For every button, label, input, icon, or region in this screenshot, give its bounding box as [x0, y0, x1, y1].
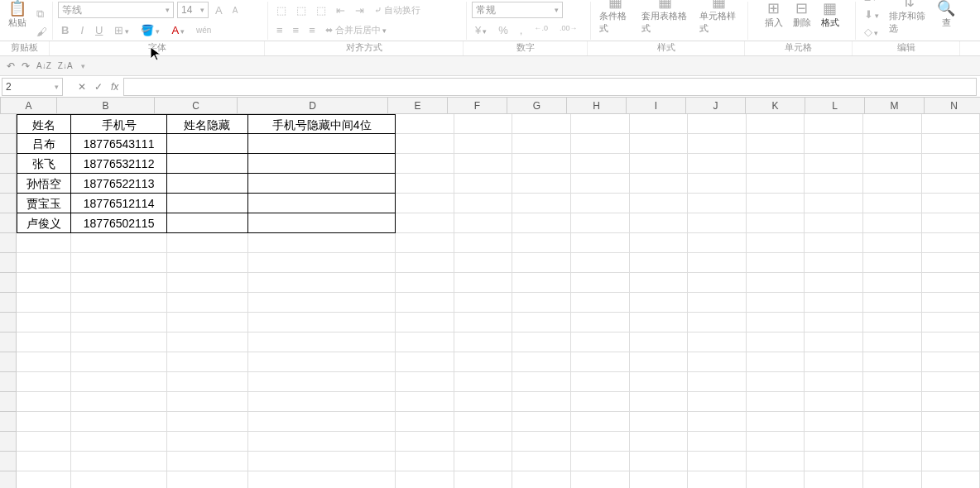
- clear-icon[interactable]: ◇▾: [861, 24, 882, 40]
- cell[interactable]: [630, 293, 689, 313]
- cell[interactable]: [805, 194, 863, 213]
- row-header[interactable]: [0, 154, 17, 174]
- cell[interactable]: [630, 233, 689, 253]
- cell[interactable]: [747, 213, 805, 233]
- merge-center-button[interactable]: ⬌ 合并后居中▾: [322, 22, 390, 38]
- row-header[interactable]: [0, 392, 17, 412]
- cell[interactable]: [571, 154, 630, 174]
- find-button[interactable]: 🔍查: [934, 0, 958, 29]
- cell[interactable]: [863, 134, 922, 154]
- cell[interactable]: [863, 273, 922, 293]
- cell[interactable]: [630, 194, 689, 213]
- cell[interactable]: [863, 471, 922, 488]
- row-header[interactable]: [0, 233, 17, 253]
- cell[interactable]: [71, 412, 167, 432]
- cell[interactable]: [571, 392, 630, 412]
- cell[interactable]: [747, 134, 805, 154]
- cell[interactable]: [630, 313, 689, 333]
- row-header[interactable]: [0, 273, 17, 293]
- cell[interactable]: [167, 154, 248, 174]
- cell[interactable]: [248, 273, 396, 293]
- cell[interactable]: [863, 293, 922, 313]
- cell[interactable]: 张飞: [17, 154, 72, 174]
- cell[interactable]: [805, 293, 863, 313]
- cell[interactable]: [17, 253, 72, 273]
- indent-inc-icon[interactable]: ⇥: [352, 2, 368, 18]
- cell[interactable]: [454, 372, 513, 392]
- row-header[interactable]: [0, 432, 17, 452]
- cell[interactable]: [805, 412, 863, 432]
- border-button[interactable]: ⊞▾: [111, 22, 132, 38]
- cell[interactable]: [747, 432, 805, 452]
- cell[interactable]: [688, 174, 747, 194]
- cell[interactable]: [922, 313, 981, 333]
- cell[interactable]: [630, 333, 689, 352]
- cell[interactable]: [747, 352, 805, 372]
- cell[interactable]: [688, 471, 747, 488]
- cell[interactable]: [630, 213, 689, 233]
- cell[interactable]: [863, 233, 922, 253]
- decrease-font-icon[interactable]: A: [229, 4, 242, 17]
- cell[interactable]: [688, 194, 747, 213]
- cell[interactable]: [512, 134, 571, 154]
- cell[interactable]: [863, 253, 922, 273]
- wrap-text-button[interactable]: ⤶ 自动换行: [371, 2, 424, 18]
- formula-input[interactable]: [123, 78, 977, 96]
- fill-color-button[interactable]: 🪣▾: [137, 22, 163, 38]
- insert-button[interactable]: ⊞插入: [761, 0, 786, 29]
- cancel-formula-icon[interactable]: ✕: [78, 81, 86, 93]
- cell[interactable]: [512, 174, 571, 194]
- cell[interactable]: [688, 273, 747, 293]
- cell[interactable]: [454, 233, 513, 253]
- confirm-formula-icon[interactable]: ✓: [94, 81, 103, 93]
- cell[interactable]: [17, 233, 72, 253]
- cell[interactable]: [396, 194, 454, 213]
- cell[interactable]: [167, 452, 248, 471]
- cell[interactable]: [167, 352, 248, 372]
- redo-button[interactable]: ↷: [22, 60, 30, 72]
- cell[interactable]: [512, 471, 571, 488]
- cell[interactable]: 18776532112: [71, 154, 167, 174]
- cell[interactable]: [17, 273, 72, 293]
- cell[interactable]: [167, 471, 248, 488]
- cell[interactable]: [167, 412, 248, 432]
- cell[interactable]: [396, 114, 454, 134]
- cell[interactable]: [167, 174, 248, 194]
- cell[interactable]: [396, 313, 454, 333]
- column-header-M[interactable]: M: [865, 98, 925, 113]
- cell[interactable]: [571, 471, 630, 488]
- cell[interactable]: [922, 134, 981, 154]
- cell[interactable]: [922, 352, 981, 372]
- sort-filter-button[interactable]: ⇅排序和筛选: [886, 0, 930, 35]
- cell[interactable]: [571, 452, 630, 471]
- cell[interactable]: [747, 233, 805, 253]
- cell[interactable]: [454, 273, 513, 293]
- row-header[interactable]: [0, 452, 17, 471]
- cell[interactable]: [571, 372, 630, 392]
- cell[interactable]: [454, 412, 513, 432]
- cell[interactable]: [571, 253, 630, 273]
- cell[interactable]: [454, 174, 513, 194]
- row-header[interactable]: [0, 293, 17, 313]
- cell[interactable]: 手机号: [71, 114, 167, 134]
- cell[interactable]: [747, 412, 805, 432]
- cell[interactable]: [454, 293, 513, 313]
- cell[interactable]: [688, 293, 747, 313]
- column-header-N[interactable]: N: [925, 98, 980, 113]
- cell[interactable]: [248, 213, 396, 233]
- cell[interactable]: [396, 352, 454, 372]
- cell[interactable]: [805, 253, 863, 273]
- cell[interactable]: [630, 412, 689, 432]
- cell[interactable]: 18776522113: [71, 174, 167, 194]
- cell[interactable]: [922, 233, 981, 253]
- cell[interactable]: [167, 372, 248, 392]
- cell[interactable]: [863, 452, 922, 471]
- cell[interactable]: [805, 213, 863, 233]
- cell[interactable]: [167, 432, 248, 452]
- cell[interactable]: [805, 134, 863, 154]
- cell[interactable]: [571, 313, 630, 333]
- autosum-icon[interactable]: Σ▾: [861, 0, 882, 5]
- cell[interactable]: [396, 471, 454, 488]
- row-header[interactable]: [0, 213, 17, 233]
- cell[interactable]: [17, 333, 72, 352]
